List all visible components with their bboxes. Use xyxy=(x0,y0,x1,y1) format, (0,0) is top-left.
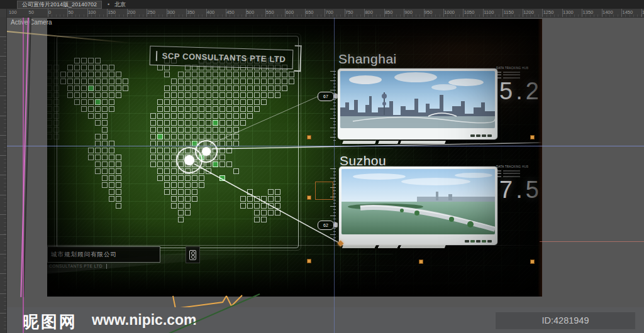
company-title-box: SCP CONSULTANTS PTE LTD xyxy=(150,46,294,69)
suzhou-value: 7.5 xyxy=(499,177,542,204)
company-name-en: SCP CONSULTANTS PTE LTD xyxy=(47,264,107,269)
map-marker-suzhou[interactable] xyxy=(176,147,203,173)
layer-handle[interactable] xyxy=(307,135,311,139)
composition-tab-beijing[interactable]: 北京 xyxy=(114,1,126,8)
suzhou-hub-readout: DATA TRACKING HUB xyxy=(496,165,528,177)
selection-rectangle[interactable] xyxy=(315,182,333,200)
title-bracket xyxy=(294,45,301,72)
composition-frame: SCP CONSULTANTS PTE LTD Shanghai 67 xyxy=(47,19,542,297)
composition-tab[interactable]: 公司宣传片2014版_20140702 xyxy=(17,1,102,9)
panel-status-chips xyxy=(470,134,492,137)
suzhou-tag: 62 xyxy=(318,221,334,230)
layer-handle[interactable] xyxy=(307,195,311,200)
company-emblem-box xyxy=(186,246,200,263)
composition-viewport[interactable]: Active Camera SCP CONSULTANTS PTE LTD xyxy=(6,17,644,333)
shanghai-tag: 67 xyxy=(318,92,334,101)
company-emblem-icon xyxy=(189,250,196,260)
shanghai-segment-bar xyxy=(342,141,446,144)
tab-separator-bullet: • xyxy=(108,1,109,8)
nipic-url: www.nipic.com xyxy=(92,312,197,329)
nipic-logo: 昵图网 xyxy=(23,311,77,333)
layer-handle[interactable] xyxy=(530,135,535,139)
layer-handle[interactable] xyxy=(307,259,311,263)
shanghai-hub-readout: DATA TRACKING HUB xyxy=(496,67,528,79)
bottom-fade xyxy=(47,274,542,297)
title-divider xyxy=(156,51,157,61)
shanghai-photo-panel xyxy=(338,68,497,139)
vertical-ruler[interactable] xyxy=(0,17,7,333)
layer-handle[interactable] xyxy=(419,259,423,264)
suzhou-photo-panel xyxy=(339,166,497,245)
watermark-bar: 昵图网 www.nipic.com ID:4281949 NO:20140808… xyxy=(0,307,644,333)
suzhou-photo xyxy=(341,169,495,234)
comp-right-edge xyxy=(538,19,542,297)
watermark-id: ID:4281949 NO:20140808093252656000 xyxy=(496,312,635,329)
vertical-guide[interactable] xyxy=(334,17,335,333)
marker-dot xyxy=(184,155,194,165)
shanghai-photo xyxy=(340,71,495,128)
ruler-corner xyxy=(0,9,7,17)
shanghai-label: Shanghai xyxy=(338,52,397,67)
active-camera-label: Active Camera xyxy=(11,19,52,26)
company-title: SCP CONSULTANTS PTE LTD xyxy=(162,51,286,63)
suzhou-tick-ruler xyxy=(330,168,336,244)
panel-status-chips xyxy=(465,240,492,243)
shanghai-value: 5.2 xyxy=(499,78,542,105)
red-guide-segment xyxy=(540,241,644,242)
company-name-bar: 城市规划顾问有限公司 xyxy=(47,246,160,263)
horizontal-guide[interactable] xyxy=(0,146,644,146)
horizontal-ruler[interactable]: 1005005010015020025030035040045050055060… xyxy=(0,9,644,18)
layer-handle[interactable] xyxy=(530,259,535,264)
composition-tab-bar: 公司宣传片2014版_20140702 • 北京 xyxy=(0,0,644,9)
marker-dot xyxy=(202,147,211,156)
after-effects-viewport: 公司宣传片2014版_20140702 • 北京 100500501001502… xyxy=(0,0,644,333)
company-name-cn: 城市规划顾问有限公司 xyxy=(48,251,117,259)
shanghai-tick-ruler xyxy=(330,71,336,141)
